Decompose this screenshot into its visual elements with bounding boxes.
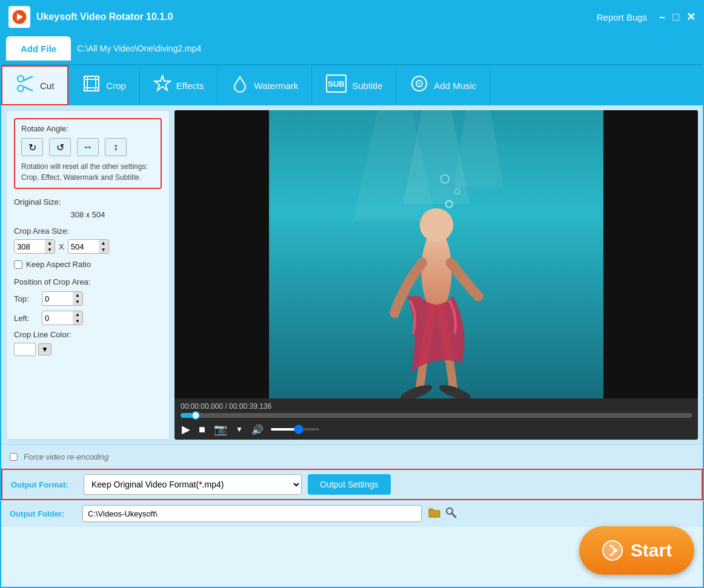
tab-cut[interactable]: Cut — [1, 65, 68, 105]
crop-width-input[interactable] — [15, 241, 45, 253]
add-file-button[interactable]: Add File — [6, 36, 71, 61]
svg-point-16 — [419, 83, 420, 85]
app-logo — [8, 6, 30, 28]
tab-add-music-label: Add Music — [434, 81, 476, 91]
top-input[interactable] — [42, 293, 73, 305]
tab-cut-label: Cut — [40, 81, 54, 91]
close-button[interactable]: ✕ — [686, 12, 696, 22]
top-down[interactable]: ▼ — [73, 299, 82, 305]
crop-line-color-dropdown[interactable]: ▼ — [38, 343, 51, 355]
cut-icon — [16, 74, 35, 97]
svg-line-4 — [24, 87, 33, 91]
effects-icon — [153, 74, 171, 96]
crop-width-down[interactable]: ▼ — [45, 246, 55, 253]
left-down[interactable]: ▼ — [73, 318, 82, 325]
rotate-note: Rotation will reset all the other settin… — [21, 161, 154, 183]
tab-crop-label: Crop — [106, 81, 126, 91]
add-music-icon — [410, 74, 429, 97]
crop-icon — [82, 74, 101, 97]
top-up[interactable]: ▲ — [73, 292, 82, 299]
output-format-select[interactable]: Keep Original Video Format(*.mp4) — [84, 474, 302, 495]
crop-width-up[interactable]: ▲ — [45, 240, 55, 246]
svg-point-23 — [419, 208, 453, 242]
crop-x-separator: X — [59, 242, 64, 251]
top-label: Top: — [14, 294, 37, 303]
svg-point-31 — [603, 541, 622, 560]
svg-point-1 — [18, 76, 24, 82]
flip-h-button[interactable]: ↔ — [77, 138, 99, 156]
tab-crop[interactable]: Crop — [68, 65, 140, 105]
flip-v-button[interactable]: ↕ — [105, 138, 127, 156]
crop-line-color-label: Crop Line Color: — [14, 330, 162, 339]
stop-button[interactable]: ■ — [198, 423, 207, 436]
tab-subtitle[interactable]: SUB Subtitle — [312, 65, 396, 105]
play-button[interactable]: ▶ — [181, 423, 191, 436]
svg-line-3 — [24, 76, 33, 81]
keep-aspect-ratio-label: Keep Aspect Ratio — [26, 260, 91, 269]
left-label: Left: — [14, 314, 37, 323]
left-input[interactable] — [42, 312, 73, 324]
keep-aspect-ratio-checkbox[interactable] — [14, 260, 22, 269]
rotate-ccw-button[interactable]: ↺ — [49, 138, 71, 156]
report-bugs-link[interactable]: Report Bugs — [597, 12, 647, 22]
volume-icon[interactable]: 🔊 — [250, 424, 265, 435]
screenshot-dropdown[interactable]: ▼ — [234, 425, 244, 434]
tab-effects-label: Effects — [176, 81, 204, 91]
watermark-icon — [231, 74, 249, 96]
rotate-cw-button[interactable]: ↻ — [21, 138, 43, 156]
force-encode-checkbox[interactable] — [10, 453, 18, 461]
output-folder-input[interactable] — [82, 505, 422, 522]
video-display — [174, 110, 698, 398]
tab-effects[interactable]: Effects — [140, 65, 218, 105]
volume-slider[interactable] — [271, 428, 319, 431]
svg-line-30 — [452, 514, 456, 517]
output-folder-label: Output Folder: — [10, 509, 76, 518]
svg-rect-6 — [87, 79, 96, 88]
crop-height-up[interactable]: ▲ — [99, 240, 108, 246]
tab-watermark-label: Watermark — [254, 81, 298, 91]
position-label: Position of Crop Area: — [14, 277, 162, 286]
screenshot-button[interactable]: 📷 — [213, 423, 228, 436]
original-size-label: Original Size: — [14, 197, 162, 206]
start-button[interactable]: Start — [579, 526, 694, 575]
crop-height-input[interactable] — [68, 241, 99, 253]
svg-point-2 — [18, 85, 24, 91]
subtitle-icon: SUB — [325, 74, 347, 97]
minimize-button[interactable]: – — [659, 12, 665, 22]
original-size-value: 308 x 504 — [14, 210, 162, 219]
crop-line-color-box[interactable] — [14, 343, 36, 356]
force-encode-label: Force video re-encoding — [24, 452, 108, 461]
tab-add-music[interactable]: Add Music — [396, 65, 490, 105]
tab-watermark[interactable]: Watermark — [218, 65, 312, 105]
browse-folder-button[interactable] — [428, 506, 441, 521]
svg-rect-5 — [84, 76, 99, 91]
progress-bar[interactable] — [181, 413, 692, 418]
crop-area-label: Crop Area Size: — [14, 226, 162, 236]
video-time: 00:00:00.000 / 00:00:39.136 — [181, 402, 692, 411]
crop-height-down[interactable]: ▼ — [99, 246, 108, 253]
svg-text:SUB: SUB — [328, 79, 345, 88]
output-format-label: Output Format: — [11, 480, 78, 489]
start-button-container: Start — [579, 526, 694, 575]
app-title: Ukeysoft Video Rotator 10.1.0 — [36, 12, 173, 22]
rotate-angle-label: Rotate Angle: — [21, 124, 154, 133]
file-path: C:\All My Video\One\diving2.mp4 — [77, 44, 201, 53]
output-settings-button[interactable]: Output Settings — [308, 474, 391, 495]
svg-marker-11 — [154, 76, 170, 90]
search-folder-button[interactable] — [445, 506, 457, 521]
tab-subtitle-label: Subtitle — [352, 81, 382, 91]
maximize-button[interactable]: □ — [672, 12, 679, 22]
left-up[interactable]: ▲ — [73, 311, 82, 318]
